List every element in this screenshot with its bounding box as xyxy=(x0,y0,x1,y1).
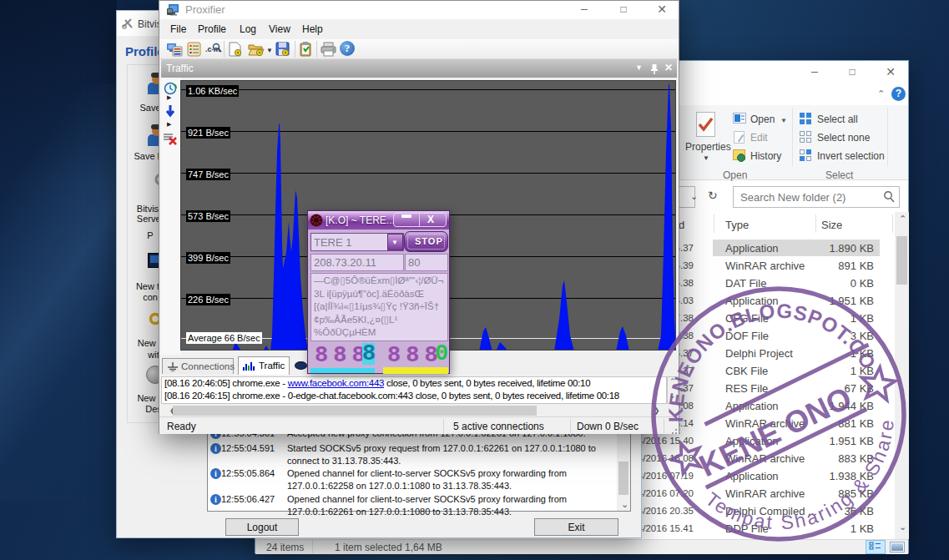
svg-text:KENEONO.BLOGSPOT.COM: KENEONO.BLOGSPOT.COM xyxy=(0,0,881,422)
svg-text:KENE ONO: KENE ONO xyxy=(694,381,856,483)
